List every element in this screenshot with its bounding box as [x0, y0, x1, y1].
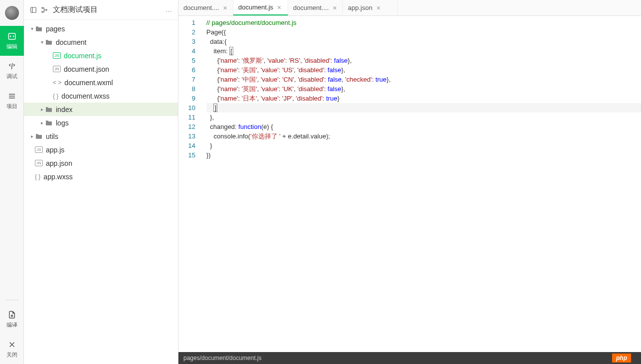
tab-app-json[interactable]: app.json × — [343, 0, 398, 15]
chevron-right-icon: ▸ — [29, 133, 35, 139]
file-tree: ▾ pages ▾ document JS document.js JN doc… — [24, 20, 178, 364]
nav-close[interactable]: 关闭 — [0, 334, 24, 364]
status-path: pages/document/document.js — [183, 355, 262, 362]
chevron-down-icon: ▾ — [29, 26, 35, 31]
close-icon — [7, 340, 16, 349]
nav-project[interactable]: 项目 — [0, 86, 24, 116]
nav-debug-label: 调试 — [6, 73, 17, 80]
tree-label: app.js — [46, 146, 64, 154]
tab-close-icon[interactable]: × — [277, 4, 281, 11]
tree-folder-logs[interactable]: ▸ logs — [24, 116, 178, 129]
tab-label: document.... — [293, 4, 329, 11]
json-file-icon: JN — [35, 160, 43, 166]
line-gutter: 123456789101112131415 — [178, 16, 201, 352]
tree-folder-utils[interactable]: ▸ utils — [24, 129, 178, 143]
tab-label: document.... — [183, 4, 219, 11]
tree-file-app-wxss[interactable]: { } app.wxss — [24, 170, 178, 183]
tab-label: document.js — [238, 3, 273, 11]
tree-label: document — [56, 38, 86, 46]
code-icon — [7, 32, 16, 41]
project-title: 文档测试项目 — [50, 5, 163, 14]
tree-file-document-json[interactable]: JN document.json — [24, 62, 178, 76]
svg-point-3 — [42, 7, 43, 8]
folder-icon — [45, 107, 53, 113]
status-bar: pages/document/document.js php — [178, 352, 641, 364]
tree-folder-pages[interactable]: ▾ pages — [24, 22, 178, 35]
tab-close-icon[interactable]: × — [333, 4, 337, 11]
nav-edit-label: 编辑 — [6, 43, 17, 50]
tree-label: document.js — [64, 52, 101, 60]
tree-file-document-js[interactable]: JS document.js — [24, 49, 178, 62]
avatar[interactable] — [5, 6, 19, 20]
tree-label: document.wxss — [61, 92, 109, 100]
tab-document-js[interactable]: document.js × — [233, 0, 288, 15]
folder-icon — [45, 39, 53, 45]
editor-tabs: document.... × document.js × document...… — [178, 0, 641, 16]
tree-file-document-wxml[interactable]: < > document.wxml — [24, 76, 178, 89]
debug-icon — [7, 62, 16, 71]
tree-label: pages — [46, 25, 65, 33]
wxss-file-icon: { } — [53, 93, 58, 100]
tab-document-3[interactable]: document.... × — [288, 0, 343, 15]
folder-icon — [45, 120, 53, 126]
file-explorer: 文档测试项目 … ▾ pages ▾ document JS document.… — [24, 0, 178, 364]
code-content[interactable]: // pages/document/document.jsPage({ data… — [201, 16, 641, 352]
tree-label: index — [56, 106, 72, 114]
tree-folder-document[interactable]: ▾ document — [24, 35, 178, 49]
svg-point-4 — [42, 11, 43, 12]
nav-debug[interactable]: 调试 — [0, 56, 24, 86]
left-nav-bar: 编辑 调试 项目 编译 关闭 — [0, 0, 24, 364]
folder-icon — [35, 26, 43, 32]
tree-icon[interactable] — [39, 4, 50, 15]
tree-file-document-wxss[interactable]: { } document.wxss — [24, 89, 178, 103]
panel-icon[interactable] — [28, 4, 39, 15]
svg-rect-2 — [31, 7, 36, 12]
tree-label: app.json — [46, 159, 72, 167]
tree-label: document.wxml — [64, 79, 113, 87]
tab-close-icon[interactable]: × — [376, 4, 380, 11]
tree-file-app-json[interactable]: JN app.json — [24, 156, 178, 170]
tree-label: logs — [56, 119, 69, 127]
chevron-right-icon: ▸ — [39, 120, 45, 125]
menu-icon — [7, 92, 16, 101]
js-file-icon: JS — [53, 52, 61, 59]
nav-compile[interactable]: 编译 — [0, 304, 24, 334]
tree-label: document.json — [64, 65, 109, 73]
chevron-right-icon: ▸ — [39, 107, 45, 112]
nav-project-label: 项目 — [6, 103, 17, 110]
svg-point-1 — [11, 315, 12, 316]
nav-compile-label: 编译 — [6, 321, 17, 329]
wxss-file-icon: { } — [35, 173, 40, 180]
tab-label: app.json — [348, 4, 372, 11]
wxml-file-icon: < > — [53, 79, 61, 86]
editor-pane: document.... × document.js × document...… — [178, 0, 641, 364]
js-file-icon: JS — [35, 146, 43, 153]
nav-edit[interactable]: 编辑 — [0, 26, 24, 56]
tab-close-icon[interactable]: × — [223, 4, 227, 11]
php-badge: php — [612, 354, 631, 363]
sidebar-header: 文档测试项目 … — [24, 0, 178, 20]
json-file-icon: JN — [53, 66, 61, 72]
folder-icon — [35, 133, 43, 139]
tree-folder-index[interactable]: ▸ index — [24, 103, 178, 116]
svg-point-5 — [46, 9, 47, 10]
tree-file-app-js[interactable]: JS app.js — [24, 143, 178, 156]
compile-icon — [7, 310, 16, 319]
code-editor[interactable]: 123456789101112131415 // pages/document/… — [178, 16, 641, 352]
more-button[interactable]: … — [163, 6, 174, 13]
chevron-down-icon: ▾ — [39, 39, 45, 45]
nav-close-label: 关闭 — [6, 351, 17, 359]
tab-document-1[interactable]: document.... × — [178, 0, 233, 15]
tree-label: utils — [46, 132, 58, 140]
tree-label: app.wxss — [43, 173, 72, 181]
